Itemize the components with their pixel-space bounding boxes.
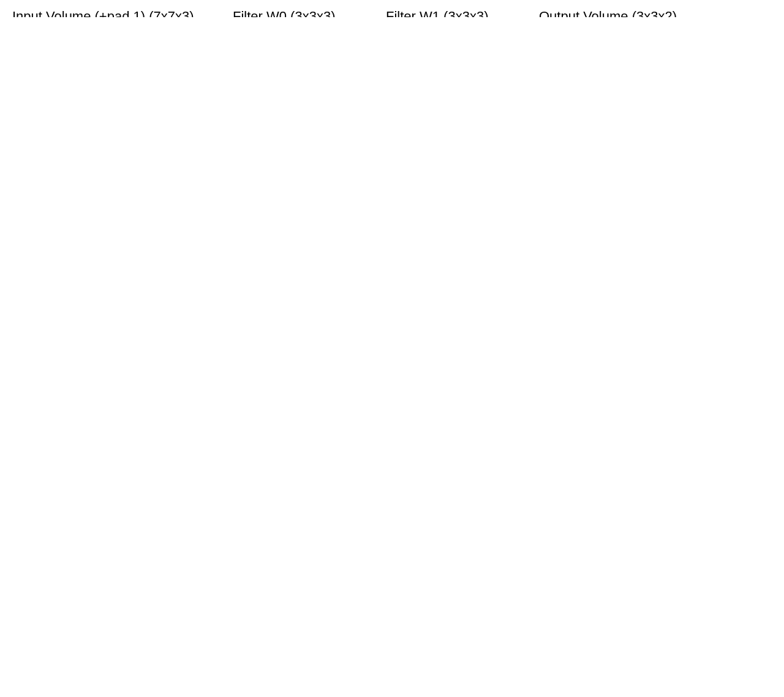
w1-column: Filter W1 (3x3x3) w1[:,:,0]100-11-10-10w… — [386, 9, 488, 17]
output-column: Output Volume (3x3x2) o[:,:,0]231-12102-… — [539, 9, 677, 17]
input-title: Input Volume (+pad 1) (7x7x3) — [12, 9, 197, 17]
w0-column: Filter W0 (3x3x3) w0[:,:,0]1-110-11000w0… — [233, 9, 335, 17]
output-title: Output Volume (3x3x2) — [539, 9, 677, 17]
input-column: Input Volume (+pad 1) (7x7x3) x[:,:,0]00… — [12, 9, 197, 17]
w0-title: Filter W0 (3x3x3) — [233, 9, 335, 17]
w1-title: Filter W1 (3x3x3) — [386, 9, 488, 17]
